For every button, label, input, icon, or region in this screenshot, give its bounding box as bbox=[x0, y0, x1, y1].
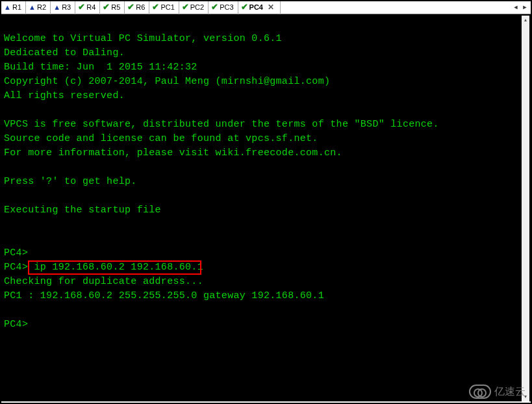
warning-icon: ▲ bbox=[53, 4, 60, 11]
tab-pc3[interactable]: ✔PC3 bbox=[209, 1, 238, 14]
tab-nav-arrows: ◄ ► bbox=[511, 2, 529, 12]
terminal-line: All rights reserved. bbox=[4, 89, 528, 103]
watermark-text: 亿速云 bbox=[494, 385, 526, 399]
terminal-output[interactable]: Welcome to Virtual PC Simulator, version… bbox=[1, 14, 531, 401]
terminal-line: Copyright (c) 2007-2014, Paul Meng (mirn… bbox=[4, 75, 528, 89]
watermark: 亿速云 bbox=[469, 385, 526, 399]
terminal-line bbox=[4, 232, 528, 246]
watermark-logo-icon bbox=[469, 385, 491, 399]
tab-pc2[interactable]: ✔PC2 bbox=[179, 1, 209, 14]
tab-r4[interactable]: ✔R4 bbox=[75, 1, 100, 14]
terminal-line: Source code and license can be found at … bbox=[4, 132, 528, 146]
checkmark-icon: ✔ bbox=[182, 4, 189, 11]
tab-label: PC3 bbox=[220, 1, 233, 13]
scrollbar[interactable] bbox=[522, 16, 529, 401]
checkmark-icon: ✔ bbox=[211, 4, 218, 11]
checkmark-icon: ✔ bbox=[127, 4, 134, 11]
terminal-line: For more information, please visit wiki.… bbox=[4, 146, 528, 160]
terminal-line: Checking for duplicate address... bbox=[4, 275, 528, 289]
terminal-line: VPCS is free software, distributed under… bbox=[4, 118, 528, 132]
tab-label: PC2 bbox=[190, 1, 204, 13]
terminal-line: PC4> bbox=[4, 246, 528, 260]
tab-r2[interactable]: ▲R2 bbox=[26, 1, 51, 14]
terminal-line: Executing the startup file bbox=[4, 203, 528, 218]
terminal-line: Welcome to Virtual PC Simulator, version… bbox=[4, 32, 528, 46]
tab-label: R4 bbox=[86, 1, 95, 13]
tab-label: PC4 bbox=[249, 1, 263, 13]
warning-icon: ▲ bbox=[4, 4, 11, 11]
tab-bar: ▲R1▲R2▲R3✔R4✔R5✔R6✔PC1✔PC2✔PC3✔PC4✕ ◄ ► bbox=[1, 1, 531, 14]
tab-label: R1 bbox=[12, 1, 21, 13]
terminal-line: PC4> ip 192.168.60.2 192.168.60.1 bbox=[4, 260, 528, 275]
tab-pc4[interactable]: ✔PC4✕ bbox=[238, 1, 281, 14]
terminal-line bbox=[4, 189, 528, 203]
checkmark-icon: ✔ bbox=[152, 4, 159, 11]
tab-label: R3 bbox=[62, 1, 71, 13]
tab-label: R5 bbox=[111, 1, 120, 13]
terminal-line: Press '?' to get help. bbox=[4, 175, 528, 189]
warning-icon: ▲ bbox=[29, 4, 36, 11]
terminal-line: PC1 : 192.168.60.2 255.255.255.0 gateway… bbox=[4, 289, 528, 303]
terminal-line bbox=[4, 218, 528, 232]
checkmark-icon: ✔ bbox=[241, 4, 248, 11]
terminal-line: PC4> bbox=[4, 318, 528, 332]
terminal-line bbox=[4, 18, 528, 32]
tab-r3[interactable]: ▲R3 bbox=[51, 1, 75, 14]
tab-nav-left[interactable]: ◄ bbox=[511, 2, 520, 12]
close-icon[interactable]: ✕ bbox=[264, 1, 276, 13]
terminal-line: Dedicated to Daling. bbox=[4, 46, 528, 60]
tabs-container: ▲R1▲R2▲R3✔R4✔R5✔R6✔PC1✔PC2✔PC3✔PC4✕ bbox=[1, 1, 281, 14]
checkmark-icon: ✔ bbox=[78, 4, 85, 11]
terminal-line bbox=[4, 160, 528, 175]
terminal-line bbox=[4, 103, 528, 118]
tab-r5[interactable]: ✔R5 bbox=[100, 1, 125, 14]
tab-r1[interactable]: ▲R1 bbox=[1, 1, 26, 14]
tab-label: R6 bbox=[136, 1, 145, 13]
tab-nav-right[interactable]: ► bbox=[520, 2, 529, 12]
terminal-line: Build time: Jun 1 2015 11:42:32 bbox=[4, 60, 528, 75]
tab-r6[interactable]: ✔R6 bbox=[125, 1, 149, 14]
tab-pc1[interactable]: ✔PC1 bbox=[149, 1, 179, 14]
tab-label: R2 bbox=[37, 1, 46, 13]
terminal-line bbox=[4, 303, 528, 318]
tab-label: PC1 bbox=[160, 1, 174, 13]
checkmark-icon: ✔ bbox=[103, 4, 110, 11]
